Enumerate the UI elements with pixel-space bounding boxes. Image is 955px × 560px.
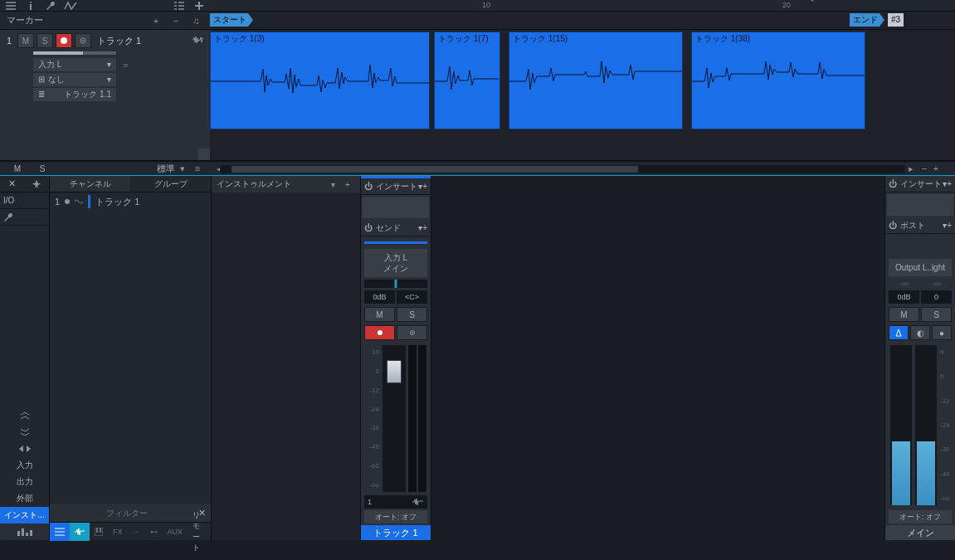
zoom-in-icon[interactable]: +	[928, 161, 943, 176]
output-nav[interactable]: 出力	[0, 474, 49, 490]
output-solo-button[interactable]: S	[921, 307, 952, 322]
output-pan-value[interactable]: 0	[921, 290, 952, 304]
power-icon[interactable]: ⏻	[364, 182, 374, 191]
prev-next-icon[interactable]	[0, 441, 49, 457]
tab-channel[interactable]: チャンネル	[50, 176, 130, 192]
strip-io-select[interactable]: 入力 L メイン	[364, 249, 427, 277]
audio-clip[interactable]: トラック 1(15)	[509, 32, 683, 129]
record-arm-button[interactable]	[56, 33, 72, 48]
waveform-icon[interactable]	[412, 498, 424, 506]
add-send-icon[interactable]: +	[422, 223, 427, 232]
channel-list-item[interactable]: 1 トラック 1	[50, 192, 211, 211]
output-scale: 60-12-24-36-48-oo	[938, 345, 952, 505]
global-solo-button[interactable]: S	[30, 164, 55, 173]
view-list-icon[interactable]	[50, 523, 70, 541]
add-icon[interactable]: +	[947, 221, 952, 230]
output-automation-mode[interactable]: オート: オフ	[889, 510, 952, 523]
audio-clip[interactable]: トラック 1(3)	[210, 32, 430, 129]
waveform-display	[211, 52, 430, 110]
marker-track[interactable]: スタート エンド #3	[210, 12, 955, 29]
view-wave-icon[interactable]	[70, 523, 90, 541]
track-name[interactable]: トラック 1	[97, 35, 141, 47]
track-resize-handle[interactable]	[198, 149, 210, 160]
volume-fader[interactable]	[382, 345, 406, 492]
collapse-icon[interactable]	[0, 407, 49, 424]
track-volume-slider[interactable]	[33, 51, 116, 55]
tab-group[interactable]: グループ	[130, 176, 211, 192]
mono-button[interactable]: ●	[932, 325, 952, 340]
add-marker-icon[interactable]: +	[149, 13, 163, 28]
automation-mode-select[interactable]: 標準	[157, 163, 175, 175]
track-layer-select[interactable]: ≣トラック 1.1	[33, 88, 116, 101]
add-instrument-icon[interactable]: +	[340, 177, 355, 192]
gain-value[interactable]: 0dB	[364, 290, 395, 304]
io-label[interactable]: I/O	[0, 192, 49, 209]
meter-nav[interactable]	[0, 523, 49, 540]
power-icon[interactable]: ⏻	[889, 179, 899, 188]
view-out-icon[interactable]: ⊷	[145, 523, 163, 541]
timeline-ruler[interactable]: 10 20	[210, 0, 955, 11]
strip-name[interactable]: トラック 1	[361, 525, 431, 540]
arrangement-timeline[interactable]: トラック 1(3) トラック 1(7) トラック 1(15) トラック 1(38…	[210, 30, 955, 160]
power-icon[interactable]: ⏻	[364, 223, 374, 232]
output-gain-value[interactable]: 0dB	[889, 290, 919, 304]
music-note-icon[interactable]: ♫	[188, 13, 203, 28]
waveform-icon[interactable]	[192, 35, 205, 45]
power-icon[interactable]: ⏻	[889, 221, 899, 230]
remote-button[interactable]: リモート	[188, 523, 211, 541]
fader-handle[interactable]	[387, 360, 402, 383]
playhead-icon[interactable]	[807, 0, 817, 2]
remove-marker-icon[interactable]: −	[168, 13, 183, 28]
view-aux[interactable]: AUX	[163, 523, 188, 541]
track-bus-select[interactable]: ⊞なし▾	[33, 73, 116, 86]
waveform-display	[692, 52, 865, 110]
add-icon[interactable]: +	[947, 179, 952, 188]
fader-scale: 100-12-24-36-48-60-oo	[364, 345, 381, 492]
output-strip-name[interactable]: メイン	[885, 525, 955, 540]
add-insert-icon[interactable]: +	[422, 182, 427, 191]
marker-number[interactable]: #3	[888, 13, 904, 27]
dim-button[interactable]: ◐	[910, 325, 930, 340]
expand-icon[interactable]	[0, 424, 49, 441]
output-mute-button[interactable]: M	[889, 307, 919, 322]
view-fx[interactable]: FX	[108, 523, 128, 541]
solo-button[interactable]: S	[37, 33, 53, 48]
strip-monitor-button[interactable]	[397, 325, 427, 340]
channel-filter-input[interactable]: ✕	[50, 504, 211, 522]
audio-clip[interactable]: トラック 1(38)	[691, 32, 865, 129]
start-marker[interactable]: スタート	[210, 13, 253, 27]
track-header[interactable]: 1 M S トラック 1 入力 L▾ ○ ⊞なし▾ ≣トラック 1.1	[0, 30, 210, 160]
output-io-select[interactable]: Output L..ight	[889, 259, 952, 276]
automation-mode[interactable]: オート: オフ	[364, 510, 427, 523]
strip-solo-button[interactable]: S	[397, 307, 427, 322]
end-marker[interactable]: エンド	[850, 13, 884, 27]
close-icon[interactable]: ✕	[0, 176, 25, 192]
insert-slot[interactable]	[887, 194, 953, 216]
strip-mute-button[interactable]: M	[364, 307, 395, 322]
horizontal-scrollbar[interactable]	[220, 165, 905, 173]
track-input-select[interactable]: 入力 L▾	[33, 58, 116, 71]
input-settings-icon[interactable]: ○	[119, 59, 131, 71]
external-nav[interactable]: 外部	[0, 490, 49, 507]
svg-rect-5	[17, 531, 20, 536]
mute-button[interactable]: M	[17, 33, 34, 48]
pin-icon[interactable]	[25, 176, 50, 192]
global-mute-button[interactable]: M	[5, 164, 30, 173]
input-nav[interactable]: 入力	[0, 457, 49, 474]
view-bus-icon[interactable]: →	[128, 523, 145, 541]
view-midi-icon[interactable]	[90, 523, 108, 541]
svg-rect-1	[30, 4, 32, 10]
instrument-nav[interactable]: インスト...	[0, 507, 49, 523]
list-icon[interactable]: ≡	[190, 161, 205, 176]
ruler-tick: 20	[782, 1, 791, 9]
settings-icon[interactable]	[0, 209, 49, 226]
insert-slot[interactable]	[363, 197, 429, 218]
metronome-button[interactable]	[889, 325, 909, 340]
chevron-down-icon[interactable]: ▾	[175, 161, 190, 176]
audio-clip[interactable]: トラック 1(7)	[434, 32, 500, 129]
pan-slider[interactable]	[364, 280, 427, 288]
monitor-button[interactable]	[75, 33, 91, 48]
strip-record-button[interactable]	[364, 325, 395, 340]
chevron-down-icon[interactable]: ▾	[325, 177, 340, 192]
pan-value[interactable]: <C>	[397, 290, 427, 304]
